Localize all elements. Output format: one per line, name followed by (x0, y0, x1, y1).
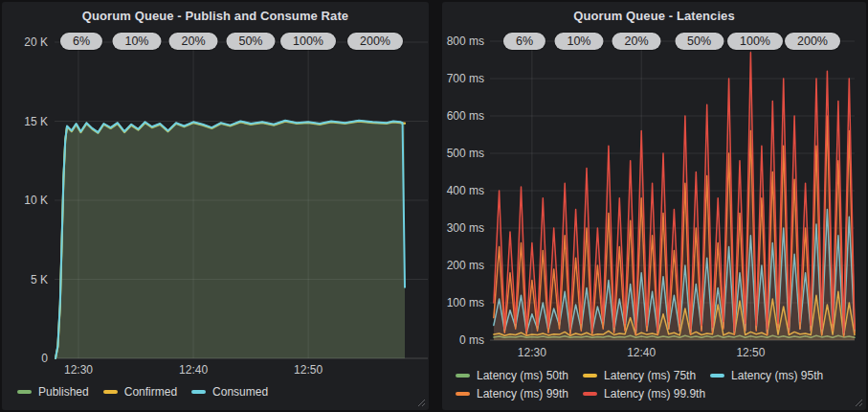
annotation-pill-10pct[interactable]: 10% (112, 33, 161, 50)
legend-swatch-latency-ms-99-9th (583, 392, 597, 396)
legend-swatch-latency-ms-75th (583, 374, 597, 378)
legend-swatch-consumed (191, 390, 206, 394)
y-axis-tick-label: 15 K (2, 115, 48, 128)
legend-item-latency-ms-50th[interactable]: Latency (ms) 50th (456, 368, 568, 383)
legend-item-confirmed[interactable]: Confirmed (103, 384, 177, 400)
y-axis-tick-label: 5 K (2, 273, 48, 286)
legend-label: Published (38, 384, 89, 400)
legend-row: Latency (ms) 99thLatency (ms) 99.9th (456, 386, 837, 401)
y-axis-tick-label: 600 ms (442, 109, 484, 123)
annotation-pill-100pct[interactable]: 100% (727, 33, 783, 50)
series-fill-consumed (56, 121, 405, 358)
legend-label: Latency (ms) 95th (731, 368, 823, 383)
annotation-pill-50pct[interactable]: 50% (226, 33, 275, 50)
legend-item-latency-ms-95th[interactable]: Latency (ms) 95th (710, 368, 823, 383)
annotation-pill-20pct[interactable]: 20% (168, 33, 217, 50)
rate-legend: PublishedConfirmedConsumed (17, 384, 282, 402)
y-axis-tick-label: 0 (2, 352, 48, 365)
legend-swatch-confirmed (103, 390, 118, 394)
x-axis-tick-label: 12:30 (501, 346, 563, 359)
y-axis-tick-label: 20 K (2, 35, 48, 49)
y-axis-tick-label: 10 K (2, 194, 48, 207)
panel-latencies: Quorum Queue - Latencies Latency (ms) 50… (442, 2, 866, 410)
legend-row: PublishedConfirmedConsumed (17, 384, 282, 400)
legend-item-latency-ms-75th[interactable]: Latency (ms) 75th (583, 368, 696, 383)
legend-row: Latency (ms) 50thLatency (ms) 75thLatenc… (456, 368, 837, 383)
y-axis-tick-label: 0 ms (442, 333, 484, 347)
legend-label: Confirmed (124, 384, 177, 400)
annotation-pill-6pct[interactable]: 6% (503, 33, 545, 50)
y-axis-tick-label: 300 ms (442, 221, 484, 235)
legend-swatch-latency-ms-95th (710, 374, 724, 378)
annotation-pill-10pct[interactable]: 10% (554, 33, 603, 50)
y-axis-tick-label: 100 ms (442, 296, 484, 309)
x-axis-tick-label: 12:50 (278, 363, 339, 377)
annotation-pill-100pct[interactable]: 100% (280, 33, 336, 50)
y-axis-tick-label: 700 ms (442, 72, 484, 85)
dashboard: { "chart_data": [ { "type": "line", "tit… (0, 0, 868, 412)
annotation-pill-50pct[interactable]: 50% (675, 33, 723, 50)
legend-label: Latency (ms) 50th (477, 368, 568, 383)
panel-publish-consume-rate: Quorum Queue - Publish and Consume Rate … (2, 2, 429, 410)
legend-item-consumed[interactable]: Consumed (191, 384, 268, 400)
legend-label: Latency (ms) 75th (604, 368, 696, 383)
legend-item-published[interactable]: Published (17, 384, 89, 400)
annotation-pill-200pct[interactable]: 200% (785, 33, 840, 50)
legend-swatch-published (17, 390, 32, 394)
legend-swatch-latency-ms-99th (456, 392, 470, 396)
legend-label: Consumed (212, 384, 268, 400)
x-axis-tick-label: 12:40 (611, 346, 672, 359)
y-axis-tick-label: 400 ms (442, 184, 484, 197)
legend-label: Latency (ms) 99.9th (604, 386, 705, 401)
rate-chart-svg[interactable] (2, 2, 429, 410)
annotation-pill-20pct[interactable]: 20% (612, 33, 660, 50)
legend-label: Latency (ms) 99th (477, 386, 568, 401)
panel-resize-handle[interactable] (855, 399, 863, 407)
y-axis-tick-label: 200 ms (442, 259, 484, 272)
legend-item-latency-ms-99th[interactable]: Latency (ms) 99th (456, 386, 568, 401)
annotation-pill-200pct[interactable]: 200% (347, 33, 403, 50)
legend-item-latency-ms-99-9th[interactable]: Latency (ms) 99.9th (583, 386, 705, 401)
legend-swatch-latency-ms-50th (456, 374, 470, 378)
panel-resize-handle[interactable] (417, 399, 426, 407)
x-axis-tick-label: 12:40 (163, 363, 224, 377)
annotation-pill-6pct[interactable]: 6% (60, 33, 102, 50)
y-axis-tick-label: 800 ms (442, 34, 484, 48)
latency-legend: Latency (ms) 50thLatency (ms) 75thLatenc… (456, 368, 837, 404)
x-axis-tick-label: 12:30 (48, 363, 109, 377)
y-axis-tick-label: 500 ms (442, 147, 484, 160)
x-axis-tick-label: 12:50 (720, 346, 781, 359)
